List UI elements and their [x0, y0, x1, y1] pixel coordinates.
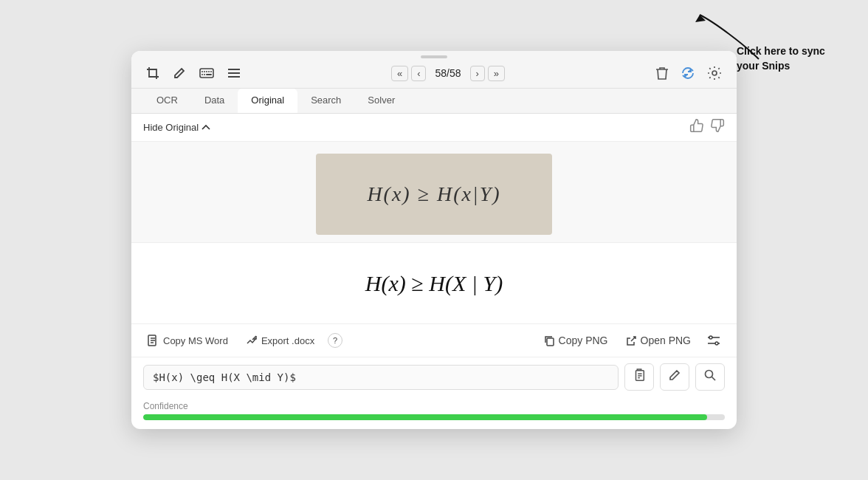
- svg-point-18: [709, 336, 712, 339]
- confidence-bar-fill: [143, 414, 707, 420]
- tab-solver[interactable]: Solver: [354, 89, 408, 113]
- thumbs-down-btn[interactable]: [710, 118, 725, 137]
- thumbs-up-btn[interactable]: [689, 118, 704, 137]
- app-window: « ‹ 58/58 › »: [131, 51, 737, 429]
- word-icon: [148, 335, 159, 346]
- svg-point-24: [706, 371, 713, 378]
- tab-data[interactable]: Data: [191, 89, 238, 113]
- action-row: Copy MS Word Export .docx ? Copy PNG: [131, 324, 737, 357]
- math-image: H(x) ≥ H(x|Y): [316, 154, 552, 235]
- export-docx-label: Export .docx: [261, 335, 314, 346]
- rendered-math: H(x) ≥ H(X | Y): [365, 271, 503, 296]
- feedback-btns: [689, 118, 725, 137]
- svg-rect-0: [200, 69, 213, 78]
- svg-rect-15: [547, 338, 554, 346]
- copy-png-label: Copy PNG: [559, 335, 608, 346]
- original-image-area: H(x) ≥ H(x|Y): [131, 142, 737, 243]
- hide-original-label: Hide Original: [143, 122, 199, 133]
- tab-search[interactable]: Search: [297, 89, 354, 113]
- copy-icon: [544, 335, 555, 346]
- copy-ms-word-btn[interactable]: Copy MS Word: [143, 332, 232, 349]
- tab-ocr[interactable]: OCR: [143, 89, 191, 113]
- clipboard-icon: [633, 368, 646, 382]
- sync-btn[interactable]: [678, 64, 698, 82]
- filter-options-btn[interactable]: [703, 332, 725, 349]
- page-counter: 58/58: [429, 67, 466, 79]
- open-icon: [626, 335, 637, 346]
- svg-point-19: [715, 342, 718, 345]
- sub-toolbar: Hide Original: [131, 114, 737, 142]
- toolbar-left: [143, 65, 244, 81]
- rendered-math-area: H(x) ≥ H(X | Y): [131, 243, 737, 324]
- help-btn[interactable]: ?: [328, 333, 342, 348]
- confidence-bar-bg: [143, 414, 725, 420]
- tabs-row: OCR Data Original Search Solver: [131, 89, 737, 114]
- chevron-up-icon: [202, 125, 210, 131]
- edit-icon: [668, 368, 681, 382]
- search-icon: [703, 368, 717, 382]
- first-page-btn[interactable]: «: [391, 66, 408, 81]
- confidence-row: Confidence: [131, 397, 737, 429]
- confidence-label: Confidence: [143, 401, 725, 411]
- open-png-label: Open PNG: [641, 335, 691, 346]
- svg-point-13: [712, 71, 717, 75]
- copy-png-btn[interactable]: Copy PNG: [538, 332, 614, 349]
- clipboard-icon-btn[interactable]: [624, 363, 654, 391]
- drag-handle: [131, 51, 737, 58]
- svg-line-25: [712, 377, 716, 381]
- thumbs-down-icon: [710, 118, 725, 133]
- prev-page-btn[interactable]: ‹: [411, 66, 426, 81]
- edit-icon-btn[interactable]: [660, 363, 689, 391]
- open-png-btn[interactable]: Open PNG: [620, 332, 697, 349]
- tab-original[interactable]: Original: [238, 89, 297, 113]
- toolbar: « ‹ 58/58 › »: [131, 58, 737, 89]
- latex-input-row: [131, 357, 737, 397]
- action-left: Copy MS Word Export .docx ?: [143, 332, 538, 349]
- menu-icon-btn[interactable]: [224, 66, 244, 80]
- settings-btn[interactable]: [704, 64, 725, 82]
- crop-icon-btn[interactable]: [143, 65, 162, 81]
- copy-ms-word-label: Copy MS Word: [163, 335, 228, 346]
- last-page-btn[interactable]: »: [488, 66, 505, 81]
- annotation-arrow: [685, 7, 774, 66]
- drag-nub: [421, 55, 447, 58]
- hide-original-btn[interactable]: Hide Original: [143, 122, 210, 133]
- search-icon-btn[interactable]: [695, 363, 725, 391]
- export-icon: [246, 335, 258, 346]
- svg-marker-26: [695, 15, 706, 22]
- toolbar-right: [652, 64, 725, 82]
- thumbs-up-icon: [689, 118, 704, 133]
- export-docx-btn[interactable]: Export .docx: [241, 332, 319, 349]
- toolbar-nav: « ‹ 58/58 › »: [391, 66, 505, 81]
- next-page-btn[interactable]: ›: [470, 66, 485, 81]
- delete-btn[interactable]: [652, 64, 672, 82]
- action-right: Copy PNG Open PNG: [538, 332, 725, 349]
- sliders-icon: [707, 335, 720, 346]
- latex-input[interactable]: [143, 365, 619, 390]
- keyboard-icon-btn[interactable]: [196, 66, 217, 80]
- pencil-icon-btn[interactable]: [170, 65, 189, 81]
- annotation: Click here to sync your Snips: [737, 44, 833, 73]
